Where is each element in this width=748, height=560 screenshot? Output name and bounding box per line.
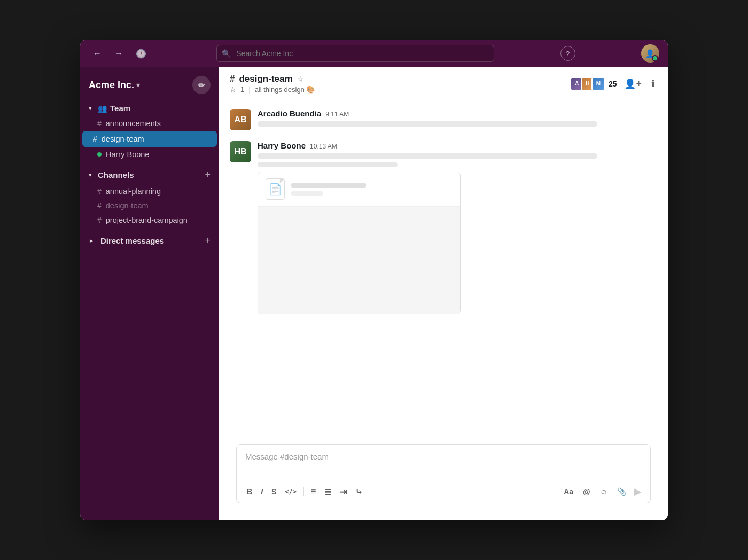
workspace-name-label: Acme Inc. — [89, 80, 134, 91]
message-content-2: Harry Boone 10:13 AM 📄 — [258, 141, 657, 314]
history-button[interactable]: 🕐 — [131, 46, 151, 61]
search-input[interactable] — [216, 45, 494, 62]
hash-icon: # — [97, 216, 102, 224]
team-header-left: ▾ 👥 Team — [89, 104, 130, 113]
add-member-button[interactable]: 👤+ — [622, 76, 644, 92]
unordered-list-button[interactable]: ≣ — [321, 484, 335, 500]
format-button[interactable]: ⤷ — [352, 484, 366, 500]
message-time-1: 9:11 AM — [325, 111, 349, 118]
hash-icon: # — [97, 201, 102, 210]
font-size-button[interactable]: Aa — [560, 485, 577, 499]
ordered-list-button[interactable]: ≡ — [307, 484, 320, 499]
message-content-1: Arcadio Buendia 9:11 AM — [258, 109, 657, 130]
message-input-area: B I S </> ≡ ≣ ⇥ ⤷ Aa @ ☺ 📎 — [236, 444, 651, 503]
file-size-placeholder — [291, 191, 323, 196]
channels-section-header[interactable]: ▾ Channels + — [80, 166, 219, 184]
sidebar-item-design-team-ch[interactable]: # design-team — [84, 199, 215, 213]
sidebar-item-label: design-team — [102, 135, 144, 143]
file-attachment[interactable]: 📄 — [258, 172, 461, 314]
dm-section: ► Direct messages + — [80, 230, 219, 252]
attachment-button[interactable]: 📎 — [613, 485, 630, 499]
top-bar: ← → 🕐 🔍 ? 👤 — [80, 40, 668, 67]
message-time-2: 10:13 AM — [310, 143, 337, 150]
pdf-icon-symbol: 📄 — [269, 183, 282, 196]
help-button[interactable]: ? — [560, 46, 575, 61]
indent-button[interactable]: ⇥ — [336, 484, 350, 500]
sidebar-item-design-team[interactable]: # design-team ☞ — [82, 131, 217, 147]
compose-button[interactable]: ✏ — [192, 76, 211, 94]
channel-description: all things design 🎨 — [255, 85, 315, 94]
info-button[interactable]: ℹ — [649, 76, 657, 92]
message-1: AB Arcadio Buendia 9:11 AM — [230, 109, 657, 130]
message-input[interactable] — [237, 445, 650, 478]
search-icon: 🔍 — [222, 49, 231, 58]
team-icon: 👥 — [98, 104, 107, 113]
message-avatar-1: AB — [230, 109, 251, 130]
sidebar-item-annual-planning[interactable]: # annual-planning — [84, 184, 215, 198]
message-header-1: Arcadio Buendia 9:11 AM — [258, 109, 657, 118]
online-status-icon — [97, 152, 102, 157]
chat-area: # design-team ☆ ☆ 1 | all things design … — [219, 67, 668, 520]
workspace-header: Acme Inc. ▾ ✏ — [80, 67, 219, 98]
forward-button[interactable]: → — [110, 46, 127, 60]
input-wrapper: B I S </> ≡ ≣ ⇥ ⤷ Aa @ ☺ 📎 — [219, 444, 668, 520]
avatar-image: HB — [230, 141, 251, 162]
message-header-2: Harry Boone 10:13 AM — [258, 141, 657, 150]
dm-toggle: ► — [89, 238, 94, 244]
sidebar-item-label: project-brand-campaign — [106, 216, 188, 224]
code-button[interactable]: </> — [281, 485, 300, 498]
sidebar-item-project-brand[interactable]: # project-brand-campaign — [84, 213, 215, 227]
channels-label: Channels — [98, 170, 134, 180]
send-button[interactable]: ▶ — [632, 484, 644, 500]
channel-hash: # — [230, 74, 235, 84]
bold-button[interactable]: B — [243, 485, 256, 499]
avatar-image: AB — [230, 109, 251, 130]
add-channel-button[interactable]: + — [205, 169, 211, 181]
sidebar-item-harry-boone[interactable]: Harry Boone — [84, 147, 215, 161]
sidebar: Acme Inc. ▾ ✏ ▾ 👥 Team # announcements — [80, 67, 219, 520]
sidebar-item-label: announcements — [106, 119, 161, 128]
message-line-2b — [258, 162, 398, 167]
channels-toggle: ▾ — [89, 172, 91, 178]
main-layout: Acme Inc. ▾ ✏ ▾ 👥 Team # announcements — [80, 67, 668, 520]
star-button[interactable]: ☆ — [297, 75, 304, 83]
file-info — [291, 183, 453, 196]
messages-list: AB Arcadio Buendia 9:11 AM HB — [219, 100, 668, 444]
cursor-hand-icon: ☞ — [218, 132, 219, 146]
message-2: HB Harry Boone 10:13 AM — [230, 141, 657, 314]
italic-button[interactable]: I — [257, 485, 267, 499]
mention-button[interactable]: @ — [579, 485, 594, 499]
avatar-image: M — [593, 78, 604, 90]
channel-meta: ☆ 1 | all things design 🎨 — [230, 85, 564, 94]
channel-title-wrap: # design-team ☆ ☆ 1 | all things design … — [230, 74, 564, 94]
file-preview — [258, 207, 460, 314]
member-avatars[interactable]: A H M 25 — [570, 77, 617, 91]
sidebar-item-label: annual-planning — [106, 187, 161, 196]
file-name-placeholder — [291, 183, 366, 188]
workspace-name[interactable]: Acme Inc. ▾ — [89, 80, 140, 91]
message-toolbar: B I S </> ≡ ≣ ⇥ ⤷ Aa @ ☺ 📎 — [237, 480, 650, 503]
team-section: ▾ 👥 Team # announcements # design-team ☞ — [80, 98, 219, 164]
channels-section: ▾ Channels + # annual-planning # design-… — [80, 164, 219, 230]
pdf-corner — [280, 179, 284, 183]
channel-title: # design-team ☆ — [230, 74, 564, 84]
user-avatar[interactable]: 👤 — [641, 44, 659, 63]
channel-header: # design-team ☆ ☆ 1 | all things design … — [219, 67, 668, 100]
search-bar: 🔍 — [216, 45, 494, 62]
emoji-button[interactable]: ☺ — [596, 485, 611, 499]
dm-section-header[interactable]: ► Direct messages + — [80, 232, 219, 250]
hash-icon: # — [97, 119, 102, 128]
meta-divider: | — [248, 85, 250, 94]
hash-icon: # — [97, 187, 102, 196]
strikethrough-button[interactable]: S — [268, 485, 280, 499]
back-button[interactable]: ← — [89, 46, 106, 60]
reminder-count: 1 — [240, 85, 244, 94]
sidebar-item-announcements[interactable]: # announcements — [84, 116, 215, 130]
file-header: 📄 — [258, 172, 460, 207]
message-avatar-2: HB — [230, 141, 251, 162]
add-dm-button[interactable]: + — [205, 235, 211, 246]
message-line-1 — [258, 121, 597, 127]
team-section-header[interactable]: ▾ 👥 Team — [80, 100, 219, 116]
nav-buttons: ← → 🕐 — [89, 46, 151, 61]
avatar-image: 👤 — [641, 44, 659, 63]
